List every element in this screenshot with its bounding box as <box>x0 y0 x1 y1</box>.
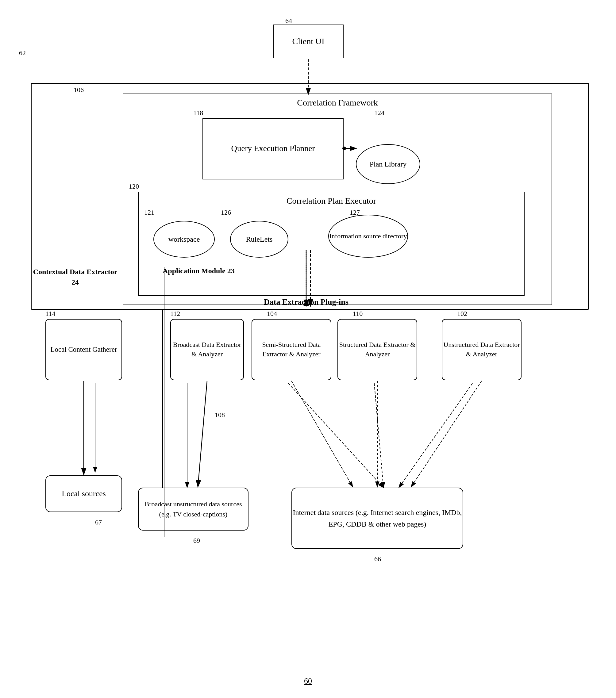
data-extraction-plugins-label: Data Extraction Plug-ins <box>264 297 348 307</box>
svg-line-12 <box>399 383 473 488</box>
svg-line-10 <box>288 383 383 488</box>
client-ui-box: Client UI <box>273 25 344 58</box>
rulelets-box: RuleLets <box>230 221 288 257</box>
contextual-data-extractor-label: Contextual Data Extractor 24 <box>31 267 120 287</box>
broadcast-data-extractor-label: Broadcast Data Extractor & Analyzer <box>171 340 243 359</box>
ref-126: 126 <box>221 209 231 217</box>
plan-library-box: Plan Library <box>356 144 420 184</box>
plan-library-label: Plan Library <box>370 160 407 168</box>
unstructured-data-box: Unstructured Data Extractor & Analyzer <box>442 319 521 380</box>
query-execution-planner-box: Query Execution Planner <box>203 118 344 179</box>
correlation-framework-label: Correlation Framework <box>297 98 378 108</box>
local-content-gatherer-label: Local Content Gatherer <box>50 345 117 354</box>
ref-106: 106 <box>73 86 84 94</box>
ref-108: 108 <box>215 411 225 419</box>
semi-structured-label: Semi-Structured Data Extractor & Analyze… <box>252 340 331 359</box>
svg-line-11 <box>374 383 383 488</box>
ref-66: 66 <box>374 555 381 563</box>
unstructured-data-label: Unstructured Data Extractor & Analyzer <box>442 340 521 359</box>
local-sources-label: Local sources <box>61 489 106 498</box>
ref-64: 64 <box>285 17 292 25</box>
ref-114: 114 <box>45 310 55 318</box>
ref-67: 67 <box>95 518 102 526</box>
semi-structured-box: Semi-Structured Data Extractor & Analyze… <box>251 319 331 380</box>
workspace-box: workspace <box>153 221 215 257</box>
workspace-label: workspace <box>168 235 200 243</box>
structured-data-box: Structured Data Extractor & Analyzer <box>338 319 417 380</box>
query-execution-planner-label: Query Execution Planner <box>231 143 315 155</box>
info-source-directory-label: Information source directory <box>329 232 407 241</box>
ref-118: 118 <box>193 109 203 117</box>
ref-110: 110 <box>353 310 362 318</box>
structured-data-label: Structured Data Extractor & Analyzer <box>338 340 416 359</box>
local-content-gatherer-box: Local Content Gatherer <box>45 319 122 380</box>
broadcast-unstructured-box: Broadcast unstructured data sources (e.g… <box>138 488 248 531</box>
broadcast-data-extractor-box: Broadcast Data Extractor & Analyzer <box>170 319 244 380</box>
application-module-label: Application Module 23 <box>163 267 235 275</box>
rulelets-label: RuleLets <box>246 235 273 243</box>
ref-102: 102 <box>457 310 467 318</box>
local-sources-box: Local sources <box>45 475 122 512</box>
ref-112: 112 <box>170 310 180 318</box>
ref-121: 121 <box>144 209 154 217</box>
client-ui-label: Client UI <box>292 37 325 46</box>
info-source-directory-box: Information source directory <box>328 215 408 257</box>
figure-number: 60 <box>304 676 312 686</box>
ref-124: 124 <box>374 109 384 117</box>
ref-62: 62 <box>19 49 26 57</box>
internet-data-sources-label: Internet data sources (e.g. Internet sea… <box>292 507 463 530</box>
ref-69: 69 <box>193 537 200 545</box>
ref-120: 120 <box>129 182 139 191</box>
internet-data-sources-box: Internet data sources (e.g. Internet sea… <box>291 488 463 549</box>
correlation-plan-executor-label: Correlation Plan Executor <box>287 196 376 206</box>
ref-104: 104 <box>267 310 277 318</box>
broadcast-unstructured-label: Broadcast unstructured data sources (e.g… <box>139 499 248 519</box>
